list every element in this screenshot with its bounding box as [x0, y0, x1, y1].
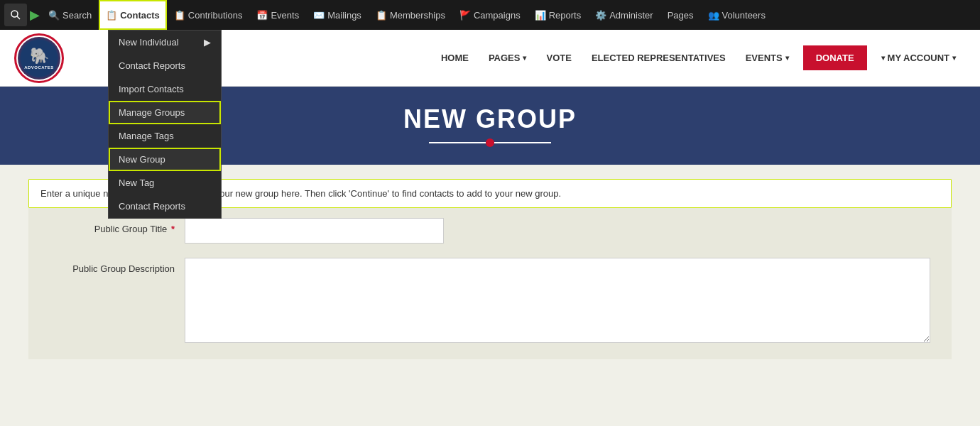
site-nav-vote[interactable]: VOTE [536, 30, 581, 87]
form-row-description: Public Group Description [43, 251, 937, 352]
svg-line-1 [17, 16, 20, 19]
public-group-description-textarea[interactable] [185, 258, 930, 343]
search-icon: 🔍 [48, 10, 60, 21]
site-nav-elected-reps[interactable]: ELECTED REPRESENTATIVES [582, 30, 736, 87]
memberships-icon: 📋 [376, 10, 387, 21]
nav-pages[interactable]: Pages [660, 0, 701, 30]
nav-administer[interactable]: ⚙️ Administer [588, 0, 660, 30]
public-group-title-input[interactable] [185, 218, 444, 244]
contacts-dropdown: New Individual ▶ Contact Reports Import … [108, 30, 222, 219]
dropdown-manage-groups[interactable]: Manage Groups [109, 101, 221, 124]
volunteers-icon: 👥 [708, 10, 719, 21]
hero-line-left [429, 142, 486, 143]
elephant-icon: 🐘 [30, 47, 49, 65]
public-group-title-label: Public Group Title * [43, 218, 185, 234]
hero-title: NEW GROUP [403, 104, 577, 134]
dropdown-manage-tags[interactable]: Manage Tags [109, 124, 221, 148]
site-nav-pages[interactable]: PAGES ▾ [479, 30, 537, 87]
nav-contacts[interactable]: 📋 Contacts [99, 0, 167, 30]
chevron-down-icon: ▾ [523, 54, 526, 62]
site-nav-my-account[interactable]: ▾ MY ACCOUNT ▾ [871, 30, 966, 87]
site-nav-home[interactable]: HOME [431, 30, 479, 87]
campaigns-icon: 🚩 [459, 10, 471, 21]
dropdown-new-tag[interactable]: New Tag [109, 171, 221, 195]
nav-volunteers[interactable]: 👥 Volunteers [701, 0, 773, 30]
nav-reports[interactable]: 📊 Reports [528, 0, 589, 30]
hero-dot [486, 138, 494, 147]
logo-inner: 🐘 ADVOCATES [18, 37, 60, 80]
top-navigation: ▶ 🔍 Search 📋 Contacts 📋 Contributions 📅 … [0, 0, 980, 30]
events-icon: 📅 [256, 10, 268, 21]
search-icon-button[interactable] [4, 4, 27, 26]
hero-divider [429, 138, 551, 147]
play-button[interactable]: ▶ [30, 7, 40, 23]
site-nav-events[interactable]: EVENTS ▾ [736, 30, 799, 87]
hero-line-right [494, 142, 551, 143]
dropdown-new-group[interactable]: New Group [109, 148, 221, 171]
chevron-down-icon-account: ▾ [881, 54, 885, 62]
public-group-description-label: Public Group Description [43, 258, 185, 274]
svg-point-0 [11, 11, 18, 17]
nav-mailings[interactable]: ✉️ Mailings [306, 0, 369, 30]
chevron-down-icon-events: ▾ [785, 54, 789, 62]
public-group-title-input-cell [185, 218, 937, 244]
contributions-icon: 📋 [174, 10, 185, 21]
public-group-description-input-cell [185, 258, 937, 345]
site-logo: 🐘 ADVOCATES [14, 33, 64, 83]
dropdown-import-contacts[interactable]: Import Contacts [109, 77, 221, 101]
administer-icon: ⚙️ [595, 10, 606, 21]
nav-campaigns[interactable]: 🚩 Campaigns [452, 0, 528, 30]
required-marker: * [171, 224, 175, 234]
dropdown-new-individual[interactable]: New Individual ▶ [109, 31, 221, 54]
arrow-right-icon: ▶ [204, 37, 211, 48]
donate-button[interactable]: DONATE [803, 45, 867, 70]
site-nav-links: HOME PAGES ▾ VOTE ELECTED REPRESENTATIVE… [431, 30, 966, 87]
nav-search[interactable]: 🔍 Search [41, 0, 99, 30]
nav-contributions[interactable]: 📋 Contributions [167, 0, 250, 30]
nav-events[interactable]: 📅 Events [249, 0, 306, 30]
form-section: Public Group Title * Public Group Descri… [28, 208, 952, 359]
dropdown-contact-reports-2[interactable]: Contact Reports [109, 195, 221, 218]
logo-text: ADVOCATES [24, 65, 54, 70]
mailings-icon: ✉️ [313, 10, 325, 21]
dropdown-contact-reports-1[interactable]: Contact Reports [109, 54, 221, 77]
nav-memberships[interactable]: 📋 Memberships [369, 0, 452, 30]
reports-icon: 📊 [535, 10, 546, 21]
contacts-icon: 📋 [106, 10, 117, 21]
